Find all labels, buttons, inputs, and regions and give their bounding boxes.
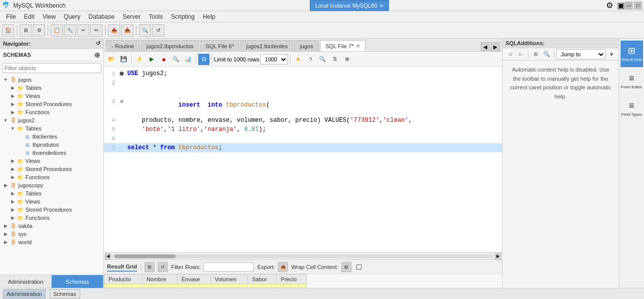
manage-conn-btn[interactable]: ⚙: [33, 24, 45, 37]
open-file-btn[interactable]: 📂: [106, 54, 117, 65]
execute-btn[interactable]: ⚡: [134, 54, 145, 65]
tree-item-jugos2-tables[interactable]: ▼ 📁 Tables: [0, 124, 103, 132]
tab-nav-right[interactable]: ▶: [491, 42, 500, 51]
status-admin-tab[interactable]: Administration: [3, 289, 46, 298]
bookmark-btn[interactable]: ★: [293, 54, 304, 65]
result-grid-tab[interactable]: Result Grid: [107, 262, 137, 272]
tree-item-jugoscopy-sp[interactable]: ▶ 📁 Stored Procedures: [0, 206, 103, 214]
tree-item-jugos-tables[interactable]: ▶ 📁 Tables: [0, 84, 103, 92]
tree-item-jugoscopy-views[interactable]: ▶ 📁 Views: [0, 197, 103, 206]
menu-file[interactable]: File: [2, 12, 20, 21]
navigator-refresh[interactable]: ↺: [96, 40, 100, 47]
tree-item-jugos2-sp[interactable]: ▶ 📁 Stored Procedures: [0, 165, 103, 173]
tree-arrow-jugos2-views[interactable]: ▶: [9, 158, 16, 163]
tree-arrow-sys[interactable]: ▶: [2, 231, 9, 237]
wrap-icon-btn[interactable]: ⊟: [341, 262, 351, 272]
rp-forward-btn[interactable]: ▶: [516, 49, 526, 59]
menu-tools[interactable]: Tools: [145, 12, 167, 21]
menu-edit[interactable]: Edit: [20, 12, 39, 21]
nav-tab-administration[interactable]: Administration: [0, 275, 52, 288]
import-btn[interactable]: 📤: [108, 24, 120, 37]
export-btn[interactable]: 📥: [121, 24, 133, 37]
tree-arrow-jugoscopy-sp[interactable]: ▶: [9, 207, 16, 212]
menu-help[interactable]: Help: [199, 12, 220, 21]
nav-tab-schemas[interactable]: Schemas: [52, 275, 103, 288]
edit-data-btn[interactable]: ✏: [90, 24, 102, 37]
menu-view[interactable]: View: [39, 12, 60, 21]
tree-item-world[interactable]: ▶ 🗄 world: [0, 238, 103, 246]
field-types-side-btn[interactable]: ≡ Field Types: [621, 95, 643, 122]
tree-arrow-jugoscopy-fn[interactable]: ▶: [9, 215, 16, 220]
tree-item-sakila[interactable]: ▶ 🗄 sakila: [0, 222, 103, 230]
jump-to-select[interactable]: Jump to: [556, 49, 605, 59]
sql-tab-2[interactable]: SQL File 6*: [200, 40, 240, 51]
tab-nav-left[interactable]: ◀: [481, 42, 490, 51]
drop-schema-btn[interactable]: ✂: [77, 24, 89, 37]
tree-item-jugoscopy[interactable]: ▶ 🗄 jugoscopy: [0, 181, 103, 189]
execute-current-btn[interactable]: ▶: [146, 54, 157, 65]
tree-arrow-jugos-sp[interactable]: ▶: [9, 102, 16, 107]
menu-query[interactable]: Query: [60, 12, 85, 21]
tree-item-sys[interactable]: ▶ 🗄 sys: [0, 230, 103, 238]
result-grid-side-btn[interactable]: ⊞ Result Grid: [621, 41, 643, 67]
limit-select[interactable]: 1000 500 200 100: [260, 54, 288, 64]
add-schema-btn[interactable]: ⊕: [94, 51, 100, 59]
rp-search-btn[interactable]: 🔍: [542, 49, 552, 59]
rp-back-btn[interactable]: ◀: [505, 49, 515, 59]
rp-copy-btn[interactable]: ⊞: [530, 49, 541, 59]
result-refresh-btn[interactable]: ↺: [158, 262, 168, 272]
sql-tab-3[interactable]: jugos2.tbclientes: [240, 40, 293, 51]
inspector-btn[interactable]: 🔍: [139, 24, 151, 37]
tree-arrow-world[interactable]: ▶: [2, 240, 9, 245]
stop-btn[interactable]: ■: [158, 54, 169, 65]
new-schema-btn[interactable]: 📋: [51, 24, 63, 37]
sql-tab-0[interactable]: - Routine: [106, 40, 140, 51]
tree-arrow-jugos[interactable]: ▼: [2, 77, 9, 82]
save-file-btn[interactable]: 💾: [118, 54, 129, 65]
tree-arrow-jugos2-fn[interactable]: ▶: [9, 175, 16, 180]
table-row[interactable]: [104, 284, 307, 288]
tree-item-jugoscopy-fn[interactable]: ▶ 📁 Functions: [0, 214, 103, 222]
status-schemas-tab[interactable]: Schemas: [50, 289, 80, 298]
form-editor-side-btn[interactable]: ≡ Form Editor: [621, 68, 643, 94]
tree-arrow-jugoscopy-views[interactable]: ▶: [9, 199, 16, 204]
toggle-output-btn[interactable]: ⊟: [198, 54, 209, 65]
rp-jump-btn[interactable]: ▼: [606, 49, 617, 59]
new-conn-btn[interactable]: ⊞: [20, 24, 32, 37]
minimize-button[interactable]: —: [625, 2, 633, 10]
sql-tab-1[interactable]: jugos2.tbproductos: [141, 40, 199, 51]
menu-server[interactable]: Server: [119, 12, 145, 21]
maximize-button[interactable]: □: [634, 2, 642, 10]
help-btn[interactable]: ?: [305, 54, 316, 65]
tree-item-jugoscopy-tables[interactable]: ▶ 📁 Tables: [0, 189, 103, 197]
tree-item-jugos-views[interactable]: ▶ 📁 Views: [0, 92, 103, 100]
main-tab[interactable]: Local instance MySQL80 ✕: [310, 0, 389, 11]
reconnect-btn[interactable]: ↺: [152, 24, 164, 37]
tree-arrow-jugos-views[interactable]: ▶: [9, 93, 16, 98]
tree-item-tbvendedores[interactable]: ⊞ tbvendedores: [0, 149, 103, 157]
tree-arrow-jugos2-sp[interactable]: ▶: [9, 167, 16, 172]
main-tab-close[interactable]: ✕: [379, 3, 383, 9]
tree-arrow-jugos-fn[interactable]: ▶: [9, 110, 16, 115]
tree-item-jugos-fn[interactable]: ▶ 📁 Functions: [0, 108, 103, 116]
alter-schema-btn[interactable]: 🔧: [64, 24, 76, 37]
skin-icon[interactable]: ▣: [617, 1, 625, 10]
tree-arrow-jugos-tables[interactable]: ▶: [9, 85, 16, 90]
toggle-btn[interactable]: ⇅: [329, 54, 340, 65]
h-scrollbar-thumb[interactable]: [115, 254, 175, 258]
tree-arrow-jugos2[interactable]: ▼: [2, 118, 9, 123]
scroll-right-btn[interactable]: ▶: [495, 253, 501, 259]
tree-item-jugos-sp[interactable]: ▶ 📁 Stored Procedures: [0, 100, 103, 108]
toggle-result-btn[interactable]: □: [356, 262, 362, 272]
scroll-left-btn[interactable]: ◀: [105, 253, 111, 259]
tree-arrow-jugoscopy-tables[interactable]: ▶: [9, 191, 16, 196]
schema-filter-input[interactable]: [2, 63, 101, 73]
tree-item-jugos2[interactable]: ▼ 🗄 jugos2: [0, 116, 103, 124]
tree-item-tbprodutos[interactable]: ⊞ tbprodutos: [0, 141, 103, 149]
sql-tab-5-close[interactable]: ✕: [356, 43, 360, 49]
tree-item-jugos2-fn[interactable]: ▶ 📁 Functions: [0, 173, 103, 181]
tree-item-jugos2-views[interactable]: ▶ 📁 Views: [0, 157, 103, 165]
export-btn[interactable]: 📤: [278, 262, 288, 272]
menu-scripting[interactable]: Scripting: [167, 12, 199, 21]
explain-btn[interactable]: 🔍: [170, 54, 182, 65]
